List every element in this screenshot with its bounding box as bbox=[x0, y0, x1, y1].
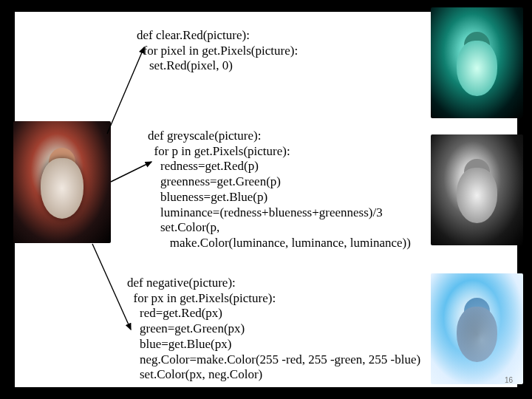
result-greyscale-image bbox=[431, 134, 523, 245]
result-clear-red-image bbox=[431, 7, 523, 118]
svg-line-1 bbox=[111, 162, 151, 182]
page-number: 16 bbox=[505, 376, 513, 384]
code-negative: def negative(picture): for px in get.Pix… bbox=[127, 276, 420, 383]
code-greyscale: def greyscale(picture): for p in get.Pix… bbox=[148, 129, 411, 251]
svg-line-2 bbox=[92, 244, 131, 330]
result-negative-image bbox=[431, 273, 523, 384]
original-image bbox=[13, 121, 111, 243]
code-clear-red: def clear.Red(picture): for pixel in get… bbox=[137, 28, 298, 74]
slide-canvas: def clear.Red(picture): for pixel in get… bbox=[15, 12, 517, 387]
